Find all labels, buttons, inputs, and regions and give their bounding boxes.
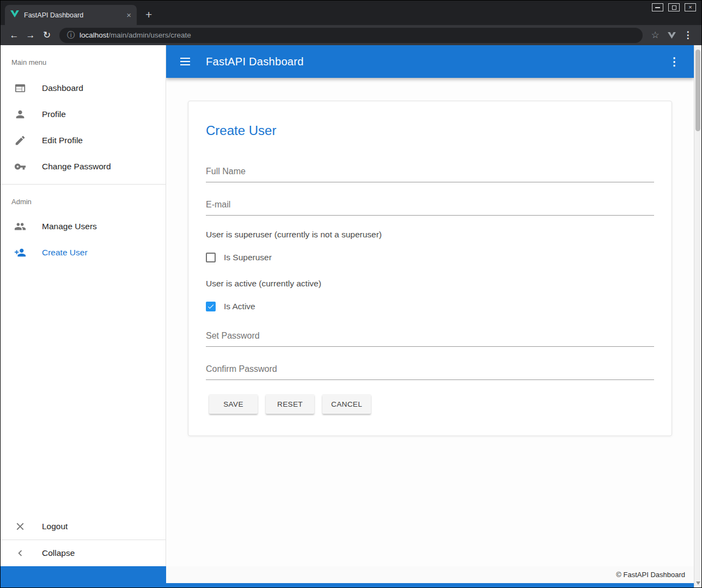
key-icon xyxy=(14,160,27,173)
bookmark-star-icon[interactable]: ☆ xyxy=(647,29,663,41)
sidebar-item-label: Change Password xyxy=(42,162,111,171)
sidebar-item-label: Profile xyxy=(42,109,66,119)
appbar-title: FastAPI Dashboard xyxy=(206,56,304,68)
app-bar: FastAPI Dashboard ⋮ xyxy=(166,45,694,78)
address-bar[interactable]: ⓘ localhost/main/admin/users/create xyxy=(59,28,643,43)
browser-menu-icon[interactable]: ⋮ xyxy=(680,29,696,41)
sidebar-divider xyxy=(1,184,166,185)
checkbox-label: Is Active xyxy=(224,302,255,311)
sidebar-item-label: Logout xyxy=(42,522,68,531)
minimize-icon xyxy=(655,7,660,8)
checkbox-label: Is Superuser xyxy=(224,253,272,262)
window-controls: × xyxy=(652,3,696,11)
is-active-checkbox[interactable]: Is Active xyxy=(206,302,654,311)
superuser-hint: User is superuser (currently is not a su… xyxy=(206,230,654,240)
window-close-button[interactable]: × xyxy=(685,3,696,11)
create-user-card: Create User User is superuser (currently… xyxy=(188,101,672,436)
sidebar-item-label: Create User xyxy=(42,248,88,258)
sidebar-item-label: Dashboard xyxy=(42,83,83,93)
sidebar: Main menu Dashboard Profile Edit Profile xyxy=(1,45,166,566)
confirm-password-input[interactable] xyxy=(206,361,654,380)
close-icon: × xyxy=(688,4,692,10)
app-footer: © FastAPI Dashboard xyxy=(1,566,694,587)
pencil-icon xyxy=(14,134,27,147)
reload-icon[interactable]: ↻ xyxy=(39,29,55,41)
sidebar-item-label: Manage Users xyxy=(42,222,97,231)
person-icon xyxy=(14,108,27,121)
save-button[interactable]: SAVE xyxy=(209,394,258,414)
is-superuser-checkbox[interactable]: Is Superuser xyxy=(206,253,654,262)
sidebar-item-edit-profile[interactable]: Edit Profile xyxy=(1,127,166,154)
page: Main menu Dashboard Profile Edit Profile xyxy=(1,45,701,587)
sidebar-item-dashboard[interactable]: Dashboard xyxy=(1,75,166,101)
sidebar-item-manage-users[interactable]: Manage Users xyxy=(1,213,166,240)
window-maximize-button[interactable] xyxy=(668,3,680,11)
forward-icon[interactable]: → xyxy=(22,30,39,41)
checkbox-box[interactable] xyxy=(206,302,216,311)
people-icon xyxy=(14,220,27,233)
sidebar-section-main-menu: Main menu xyxy=(1,45,166,75)
person-add-icon xyxy=(14,246,27,259)
close-x-icon xyxy=(14,520,27,533)
tab-close-icon[interactable]: × xyxy=(126,11,131,19)
reset-button[interactable]: RESET xyxy=(266,394,314,414)
scrollbar-down-arrow[interactable] xyxy=(696,581,700,585)
page-scrollbar[interactable] xyxy=(694,45,701,587)
form-actions: SAVE RESET CANCEL xyxy=(206,394,654,414)
active-hint: User is active (currently active) xyxy=(206,279,654,289)
appbar-menu-icon[interactable]: ⋮ xyxy=(669,56,680,67)
site-info-icon[interactable]: ⓘ xyxy=(67,30,75,40)
vue-devtools-extension-icon[interactable] xyxy=(663,32,680,39)
page-title: Create User xyxy=(206,123,654,138)
back-icon[interactable]: ← xyxy=(6,30,22,41)
browser-tab-strip: FastAPI Dashboard × + × xyxy=(1,1,701,25)
sidebar-item-label: Collapse xyxy=(42,548,75,558)
sidebar-spacer xyxy=(1,266,166,513)
new-tab-button[interactable]: + xyxy=(145,9,152,20)
sidebar-item-label: Edit Profile xyxy=(42,136,83,145)
email-input[interactable] xyxy=(206,197,654,216)
url-host: localhost xyxy=(80,31,108,39)
main-area: FastAPI Dashboard ⋮ Create User User is … xyxy=(166,45,694,566)
hamburger-menu-icon[interactable] xyxy=(180,56,190,68)
sidebar-section-admin: Admin xyxy=(1,189,166,213)
browser-tab[interactable]: FastAPI Dashboard × xyxy=(5,5,137,25)
vuetify-favicon-icon xyxy=(10,10,19,20)
set-password-input[interactable] xyxy=(206,328,654,347)
sidebar-item-profile[interactable]: Profile xyxy=(1,101,166,127)
checkbox-box[interactable] xyxy=(206,253,216,262)
check-icon xyxy=(207,303,215,310)
sidebar-item-change-password[interactable]: Change Password xyxy=(1,154,166,180)
full-name-input[interactable] xyxy=(206,163,654,182)
browser-window: FastAPI Dashboard × + × ← → ↻ ⓘ localhos… xyxy=(0,0,702,588)
content: Create User User is superuser (currently… xyxy=(166,78,694,566)
cancel-button[interactable]: CANCEL xyxy=(322,394,371,414)
collapse-button[interactable]: Collapse xyxy=(1,540,166,566)
dashboard-icon xyxy=(14,82,27,95)
maximize-icon xyxy=(672,5,676,10)
browser-toolbar: ← → ↻ ⓘ localhost/main/admin/users/creat… xyxy=(1,25,701,45)
window-minimize-button[interactable] xyxy=(652,3,663,11)
tab-title: FastAPI Dashboard xyxy=(24,11,121,19)
sidebar-item-create-user[interactable]: Create User xyxy=(1,240,166,266)
logout-button[interactable]: Logout xyxy=(1,513,166,540)
url-path: /main/admin/users/create xyxy=(108,31,191,39)
scrollbar-thumb[interactable] xyxy=(695,50,700,131)
copyright: © FastAPI Dashboard xyxy=(166,566,694,583)
chevron-left-icon xyxy=(14,547,27,560)
